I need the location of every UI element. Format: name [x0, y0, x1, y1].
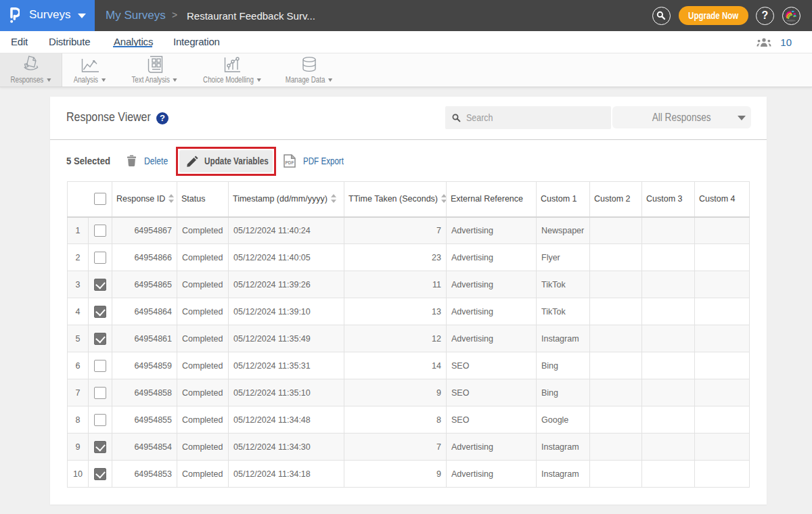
svg-text:PDF: PDF: [286, 160, 294, 165]
